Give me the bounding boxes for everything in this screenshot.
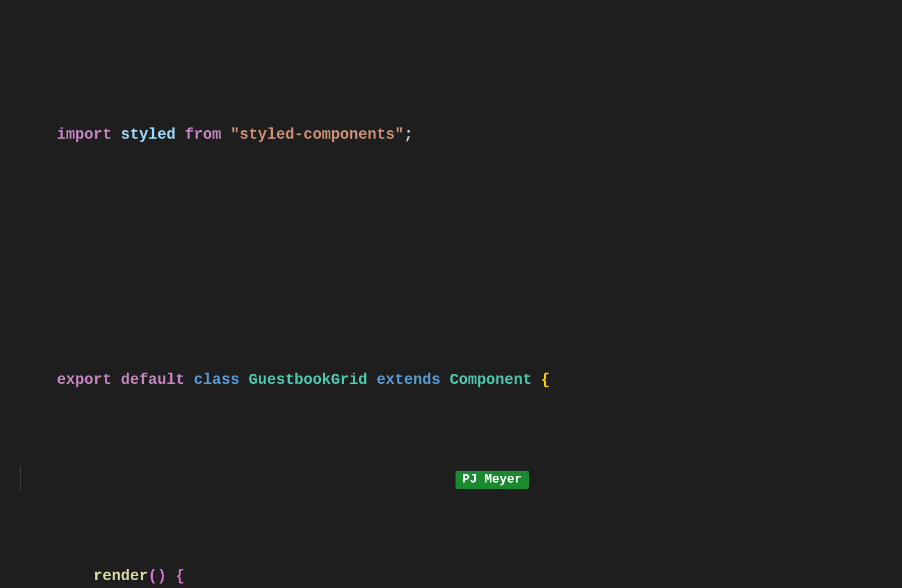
code-editor[interactable]: import styled from "styled-components"; … xyxy=(0,0,902,588)
keyword-from: from xyxy=(185,126,222,143)
class-name: GuestbookGrid xyxy=(249,372,368,388)
string-literal: "styled-components" xyxy=(231,126,404,143)
keyword-default: default xyxy=(121,372,184,388)
code-line[interactable]: PJ Meyer render() { xyxy=(20,466,882,491)
code-line[interactable] xyxy=(20,221,882,246)
open-brace: { xyxy=(541,372,550,388)
identifier: styled xyxy=(121,126,175,143)
keyword-extends: extends xyxy=(377,372,440,388)
method-name: render xyxy=(94,568,148,585)
presence-badge-pj-meyer[interactable]: PJ Meyer xyxy=(456,471,529,489)
keyword-export: export xyxy=(57,372,112,388)
code-line[interactable]: import styled from "styled-components"; xyxy=(20,98,882,123)
open-brace: { xyxy=(175,568,184,585)
keyword-class: class xyxy=(194,372,240,388)
class-name: Component xyxy=(450,372,532,388)
code-line[interactable]: export default class GuestbookGrid exten… xyxy=(20,343,882,368)
semicolon: ; xyxy=(404,126,413,143)
keyword-import: import xyxy=(57,126,112,143)
parens: () xyxy=(148,568,166,585)
